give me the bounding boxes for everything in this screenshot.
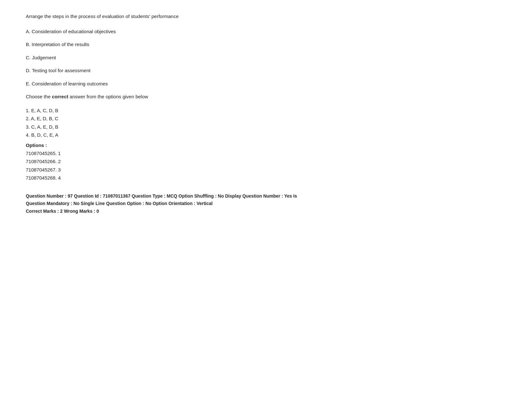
option-id-1: 71087045265. 1 — [26, 149, 506, 158]
question-text: Arrange the steps in the process of eval… — [26, 13, 506, 20]
meta-line-1: Question Number : 97 Question Id : 71087… — [26, 192, 506, 200]
option-c: C. Judgement — [26, 54, 506, 62]
option-id-4: 71087045268. 4 — [26, 174, 506, 182]
option-e: E. Consideration of learning outcomes — [26, 80, 506, 88]
question-container: Arrange the steps in the process of eval… — [26, 13, 506, 215]
meta-info: Question Number : 97 Question Id : 71087… — [26, 192, 506, 215]
answer-1-number: 1. — [26, 108, 31, 113]
option-e-label: E. — [26, 81, 32, 86]
option-id-2: 71087045266. 2 — [26, 157, 506, 166]
answer-options-list: 1. E, A, C, D, B 2. A, E, D, B, C 3. C, … — [26, 106, 506, 139]
answer-2-text: A, E, D, B, C — [31, 116, 58, 121]
choose-prefix: Choose the — [26, 94, 52, 99]
options-label: Options : — [26, 142, 506, 148]
choose-instruction: Choose the correct answer from the optio… — [26, 93, 506, 101]
option-d-text: Testing tool for assessment — [32, 68, 91, 73]
answer-option-4: 4. B, D, C, E, A — [26, 131, 506, 139]
answer-4-text: B, D, C, E, A — [31, 132, 58, 138]
option-id-3-value: 71087045267. 3 — [26, 167, 61, 172]
option-c-text: Judgement — [32, 55, 56, 60]
answer-4-number: 4. — [26, 132, 31, 138]
option-a: A. Consideration of educational objectiv… — [26, 28, 506, 35]
option-d-label: D. — [26, 68, 32, 73]
meta-line-3: Correct Marks : 2 Wrong Marks : 0 — [26, 208, 506, 215]
option-a-label: A. — [26, 29, 32, 34]
option-a-text: Consideration of educational objectives — [32, 29, 116, 34]
option-id-2-value: 71087045266. 2 — [26, 159, 61, 164]
option-e-text: Consideration of learning outcomes — [32, 81, 108, 86]
answer-3-text: C, A, E, D, B — [31, 124, 58, 130]
option-ids-list: 71087045265. 1 71087045266. 2 7108704526… — [26, 149, 506, 182]
option-d: D. Testing tool for assessment — [26, 67, 506, 74]
option-b-label: B. — [26, 42, 32, 47]
answer-3-number: 3. — [26, 124, 31, 130]
answer-1-text: E, A, C, D, B — [31, 108, 58, 113]
meta-line-2: Question Mandatory : No Single Line Ques… — [26, 200, 506, 208]
option-id-3: 71087045267. 3 — [26, 166, 506, 174]
answer-option-3: 3. C, A, E, D, B — [26, 123, 506, 131]
option-b: B. Interpretation of the results — [26, 41, 506, 48]
choose-bold: correct — [52, 94, 68, 99]
option-id-4-value: 71087045268. 4 — [26, 175, 61, 181]
option-b-text: Interpretation of the results — [32, 42, 89, 47]
answer-option-1: 1. E, A, C, D, B — [26, 106, 506, 115]
answer-2-number: 2. — [26, 116, 31, 121]
option-id-1-value: 71087045265. 1 — [26, 151, 61, 156]
choose-suffix: answer from the options given below — [68, 94, 148, 99]
options-list: A. Consideration of educational objectiv… — [26, 28, 506, 88]
answer-option-2: 2. A, E, D, B, C — [26, 114, 506, 123]
option-c-label: C. — [26, 55, 32, 60]
